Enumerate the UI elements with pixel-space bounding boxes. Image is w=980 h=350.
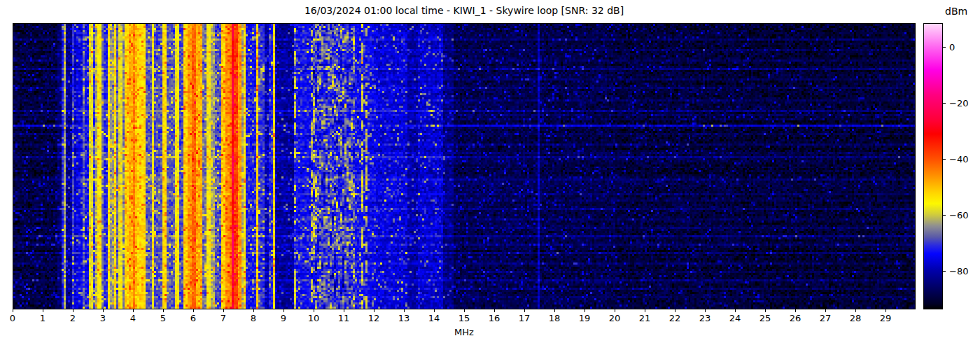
colorbar-tick-mark xyxy=(943,47,946,48)
x-tick-mark xyxy=(855,309,856,312)
x-tick-mark xyxy=(13,309,13,312)
x-tick-label: 15 xyxy=(458,313,470,323)
colorbar-tick-label: −80 xyxy=(949,266,968,276)
x-tick-label: 4 xyxy=(130,313,136,323)
x-tick-label: 7 xyxy=(220,313,226,323)
x-tick-label: 26 xyxy=(790,313,802,323)
x-tick-mark xyxy=(615,309,615,312)
x-tick-mark xyxy=(675,309,676,312)
x-tick-mark xyxy=(103,309,104,312)
colorbar-tick-label: −60 xyxy=(949,210,968,220)
x-tick-mark xyxy=(554,309,555,312)
x-tick-mark xyxy=(886,309,886,312)
colorbar-tick-mark xyxy=(943,159,946,160)
x-tick-label: 3 xyxy=(100,313,106,323)
x-tick-label: 18 xyxy=(549,313,561,323)
x-tick-label: 27 xyxy=(820,313,832,323)
x-tick-label: 17 xyxy=(519,313,531,323)
x-tick-mark xyxy=(193,309,194,312)
x-tick-label: 5 xyxy=(160,313,166,323)
x-tick-label: 19 xyxy=(579,313,591,323)
x-tick-mark xyxy=(163,309,164,312)
x-tick-mark xyxy=(825,309,826,312)
x-tick-mark xyxy=(223,309,224,312)
x-tick-mark xyxy=(494,309,495,312)
x-tick-mark xyxy=(524,309,525,312)
x-tick-mark xyxy=(705,309,706,312)
colorbar-tick-label: −20 xyxy=(949,98,968,108)
chart-title: 16/03/2024 01:00 local time - KIWI_1 - S… xyxy=(13,5,916,16)
spectrogram-canvas xyxy=(13,24,915,309)
x-tick-label: 16 xyxy=(489,313,500,323)
x-tick-mark xyxy=(735,309,736,312)
x-tick-mark xyxy=(795,309,796,312)
x-tick-label: 9 xyxy=(281,313,286,323)
x-tick-label: 20 xyxy=(609,313,621,323)
x-tick-mark xyxy=(253,309,254,312)
colorbar xyxy=(923,23,943,309)
x-tick-label: 29 xyxy=(880,313,892,323)
colorbar-tick-mark xyxy=(943,215,946,216)
x-axis-label: MHz xyxy=(13,327,916,337)
colorbar-tick-mark xyxy=(943,271,946,272)
x-tick-label: 28 xyxy=(850,313,862,323)
x-tick-label: 12 xyxy=(368,313,380,323)
x-tick-label: 22 xyxy=(669,313,681,323)
x-tick-mark xyxy=(645,309,645,312)
x-tick-label: 13 xyxy=(398,313,410,323)
x-tick-label: 1 xyxy=(40,313,46,323)
x-tick-mark xyxy=(404,309,405,312)
x-tick-label: 2 xyxy=(70,313,76,323)
x-tick-mark xyxy=(43,309,43,312)
colorbar-gradient xyxy=(924,24,942,309)
x-tick-mark xyxy=(464,309,465,312)
x-tick-label: 21 xyxy=(639,313,651,323)
x-tick-label: 24 xyxy=(729,313,741,323)
figure: 16/03/2024 01:00 local time - KIWI_1 - S… xyxy=(0,0,980,350)
colorbar-tick-mark xyxy=(943,103,946,104)
x-tick-mark xyxy=(133,309,134,312)
x-tick-mark xyxy=(73,309,74,312)
colorbar-tick-label: −40 xyxy=(949,154,968,164)
x-tick-label: 23 xyxy=(699,313,711,323)
colorbar-tick-label: 0 xyxy=(949,42,955,52)
x-tick-mark xyxy=(584,309,585,312)
x-tick-label: 0 xyxy=(10,313,15,323)
x-tick-mark xyxy=(374,309,374,312)
x-tick-mark xyxy=(344,309,344,312)
x-tick-mark xyxy=(765,309,766,312)
x-tick-label: 8 xyxy=(251,313,256,323)
x-tick-label: 25 xyxy=(760,313,771,323)
x-tick-label: 10 xyxy=(308,313,320,323)
colorbar-unit-label: dBm xyxy=(945,6,967,17)
x-tick-mark xyxy=(284,309,284,312)
x-tick-label: 11 xyxy=(338,313,350,323)
spectrogram-plot xyxy=(13,23,916,309)
x-tick-mark xyxy=(314,309,314,312)
x-tick-mark xyxy=(434,309,435,312)
x-tick-label: 14 xyxy=(428,313,440,323)
x-tick-label: 6 xyxy=(190,313,196,323)
